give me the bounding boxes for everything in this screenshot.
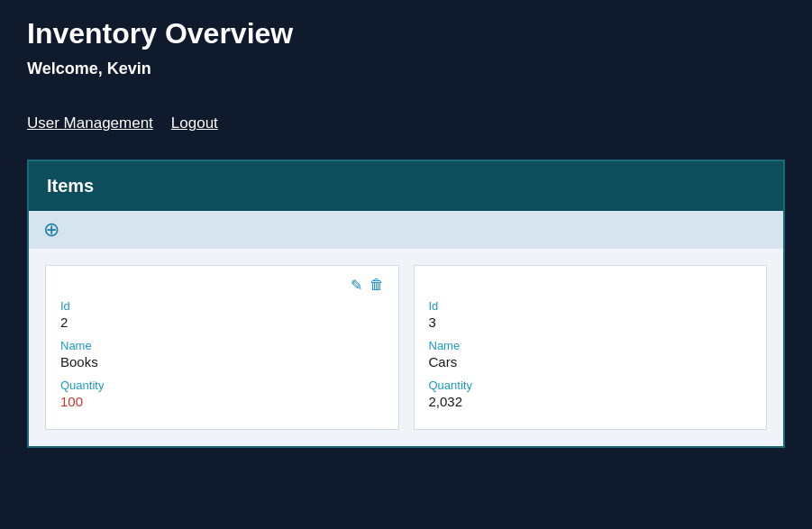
header-section: Inventory Overview Welcome, Kevin User M… [0, 0, 812, 160]
user-management-link[interactable]: User Management [27, 114, 153, 132]
items-table-container: Items ⊕ ✎ 🗑 Id 2 Name Books Quantity 100… [27, 160, 785, 448]
quantity-label-2: Quantity [429, 379, 753, 392]
name-label-1: Name [60, 339, 384, 352]
page-title: Inventory Overview [27, 16, 785, 50]
card-actions-1: ✎ 🗑 [60, 277, 384, 294]
delete-icon-1[interactable]: 🗑 [370, 277, 384, 294]
id-value-1: 2 [60, 315, 384, 330]
add-item-row[interactable]: ⊕ [29, 211, 783, 249]
logout-link[interactable]: Logout [171, 114, 218, 132]
items-header-title: Items [47, 176, 94, 196]
id-value-2: 3 [429, 315, 753, 330]
item-card-2: ✎ 🗑 Id 3 Name Cars Quantity 2,032 [414, 265, 768, 430]
item-card-1: ✎ 🗑 Id 2 Name Books Quantity 100 [45, 265, 399, 430]
cards-container: ✎ 🗑 Id 2 Name Books Quantity 100 ✎ 🗑 Id … [29, 249, 783, 446]
name-label-2: Name [429, 339, 753, 352]
id-label-2: Id [429, 299, 753, 313]
welcome-text: Welcome, Kevin [27, 59, 785, 78]
edit-icon-1[interactable]: ✎ [351, 277, 362, 294]
quantity-value-2: 2,032 [429, 394, 753, 409]
items-header: Items [29, 161, 783, 211]
name-value-1: Books [60, 354, 384, 369]
nav-links: User Management Logout [27, 105, 785, 132]
add-item-icon[interactable]: ⊕ [43, 218, 59, 242]
quantity-value-1: 100 [60, 394, 384, 409]
id-label-1: Id [60, 299, 384, 313]
quantity-label-1: Quantity [60, 379, 384, 392]
name-value-2: Cars [429, 354, 753, 369]
